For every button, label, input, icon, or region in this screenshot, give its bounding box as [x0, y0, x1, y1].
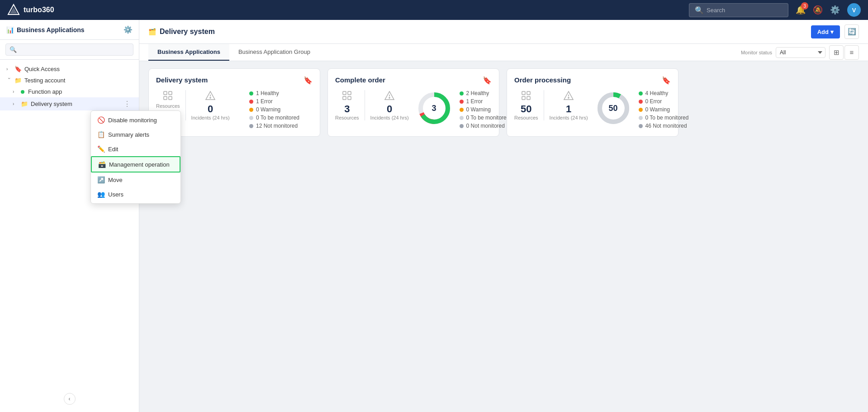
svg-rect-17: [522, 91, 525, 95]
search-icon: 🔍: [695, 6, 704, 14]
svg-rect-8: [343, 91, 346, 95]
donut-3: 50: [595, 90, 631, 126]
svg-point-7: [210, 97, 211, 98]
view-toggle: ⊞ ≡: [829, 45, 859, 60]
stat-label-warning-3: 0 Warning: [645, 106, 670, 113]
svg-rect-11: [348, 96, 351, 100]
monitor-status-group: Monitor status All Healthy Error Warning…: [741, 47, 825, 58]
stat-notmonitored-3: 46 Not monitored: [639, 123, 702, 129]
context-menu-move-label: Move: [108, 177, 123, 183]
context-menu-edit-label: Edit: [108, 146, 118, 153]
dot-tobemonitored-3: [639, 116, 643, 120]
context-menu-users[interactable]: 👥 Users: [91, 187, 139, 201]
metric-incidents-3: 1 Incidents (24 hrs): [550, 90, 588, 120]
donut-2: 3: [416, 90, 452, 126]
logo-icon: [7, 4, 20, 16]
refresh-button[interactable]: 🔄: [844, 24, 859, 39]
main-layout: 📊 Business Applications ⚙️ 🔍 › 🔖 Quick A…: [0, 20, 868, 412]
context-menu-move[interactable]: ↗️ Move: [91, 172, 139, 187]
summary-alerts-icon: 📋: [97, 131, 104, 138]
move-icon: ↗️: [97, 176, 104, 183]
sidebar-item-delivery-system[interactable]: › 📁 Delivery system ⋮: [0, 97, 139, 110]
tabs-right: Monitor status All Healthy Error Warning…: [741, 45, 859, 60]
stat-label-healthy-1: 1 Healthy: [256, 90, 279, 96]
tab-business-application-group[interactable]: Business Application Group: [229, 44, 319, 61]
status-dot-healthy: [21, 90, 24, 94]
more-options-button[interactable]: ⋮: [122, 100, 133, 108]
context-menu-summary-label: Summary alerts: [108, 131, 139, 138]
global-search-box[interactable]: 🔍: [689, 3, 788, 17]
card-title-2: Complete order: [335, 76, 385, 84]
global-search-input[interactable]: [707, 7, 783, 14]
card-order-processing: Order processing 🔖 50: [507, 68, 678, 137]
sidebar-item-function-app[interactable]: › Function app: [0, 86, 139, 97]
dot-error-3: [639, 100, 643, 104]
quick-access-icon: 🔖: [14, 66, 22, 72]
context-menu-disable-monitoring[interactable]: 🚫 Disable monitoring: [91, 113, 139, 127]
incidents-value-1: 0: [191, 103, 230, 115]
stat-error-1: 1 Error: [249, 98, 313, 105]
stat-error-3: 0 Error: [639, 98, 702, 105]
bookmark-icon-2[interactable]: 🔖: [483, 76, 492, 85]
settings-icon[interactable]: ⚙️: [830, 5, 840, 15]
grid-icon: ⊞: [834, 48, 840, 57]
stat-label-warning-2: 0 Warning: [466, 106, 491, 113]
cards-area: Delivery system 🔖 Resources: [139, 61, 868, 412]
dot-warning-3: [639, 108, 643, 112]
svg-rect-9: [348, 91, 351, 95]
card-stats-3: 4 Healthy 0 Error 0 Warning: [639, 90, 702, 129]
dot-healthy-3: [639, 91, 643, 96]
context-menu-summary-alerts[interactable]: 📋 Summary alerts: [91, 127, 139, 142]
topnav: turbo360 🔍 🔔 3 🔕 ⚙️ V: [0, 0, 868, 20]
card-header-1: Delivery system 🔖: [156, 76, 313, 85]
stat-label-tobemonitored-1: 0 To be monitored: [256, 115, 299, 121]
sidebar-gear-button[interactable]: ⚙️: [123, 25, 133, 34]
sidebar-search-input[interactable]: [19, 46, 129, 53]
card-complete-order: Complete order 🔖 3: [327, 68, 499, 137]
dot-healthy-2: [460, 91, 464, 96]
card-header-3: Order processing 🔖: [514, 76, 671, 85]
stat-healthy-3: 4 Healthy: [639, 90, 702, 96]
sidebar-search-box[interactable]: 🔍: [5, 43, 133, 56]
dot-error-2: [460, 100, 464, 104]
chevron-right-icon: ›: [6, 67, 12, 72]
card-metrics-3: 50 Resources 1: [514, 90, 588, 120]
users-icon: 👥: [97, 191, 104, 198]
edit-icon: ✏️: [97, 145, 104, 153]
grid-view-button[interactable]: ⊞: [829, 45, 844, 60]
metric-incidents-1: 0 Incidents (24 hrs): [191, 90, 230, 120]
bookmark-icon-3[interactable]: 🔖: [662, 76, 671, 85]
context-menu-management-operation[interactable]: 🗃️ Management operation: [91, 156, 139, 172]
sidebar-tree: › 🔖 Quick Access › 📁 Testing account › F…: [0, 60, 139, 412]
stat-label-notmonitored-3: 46 Not monitored: [645, 123, 687, 129]
monitor-status-select[interactable]: All Healthy Error Warning Not monitored: [776, 47, 825, 58]
context-menu-edit[interactable]: ✏️ Edit: [91, 142, 139, 156]
card-metrics-2: 3 Resources 0: [335, 90, 409, 120]
stat-label-tobemonitored-2: 0 To be monitored: [466, 115, 510, 121]
brand-name: turbo360: [24, 6, 54, 14]
avatar[interactable]: V: [847, 3, 861, 17]
list-view-button[interactable]: ≡: [844, 45, 859, 60]
sidebar-item-testing-account[interactable]: › 📁 Testing account: [0, 75, 139, 86]
svg-rect-10: [343, 96, 346, 100]
dot-tobemonitored-2: [460, 116, 464, 120]
stat-label-error-3: 0 Error: [645, 98, 662, 105]
divider-3: [544, 90, 544, 120]
sidebar-item-quick-access[interactable]: › 🔖 Quick Access: [0, 63, 139, 75]
add-button[interactable]: Add ▾: [811, 25, 840, 38]
resources-icon-1: [156, 90, 180, 103]
bell-icon[interactable]: 🔕: [813, 5, 823, 15]
incidents-label-1: Incidents (24 hrs): [191, 115, 230, 120]
bookmark-icon-1[interactable]: 🔖: [304, 76, 313, 85]
sidebar: 📊 Business Applications ⚙️ 🔍 › 🔖 Quick A…: [0, 20, 139, 412]
card-body-3: 50 Resources 1: [514, 90, 671, 129]
context-menu-users-label: Users: [108, 191, 123, 198]
tab-business-applications[interactable]: Business Applications: [148, 44, 229, 61]
card-body-2: 3 Resources 0: [335, 90, 492, 129]
notifications-icon[interactable]: 🔔 3: [796, 5, 806, 15]
list-icon: ≡: [850, 48, 854, 56]
stat-label-healthy-2: 2 Healthy: [466, 90, 489, 96]
page-title: 🗂️ Delivery system: [148, 28, 215, 36]
sidebar-search-area: 🔍: [0, 40, 139, 60]
sidebar-collapse-button[interactable]: ‹: [64, 393, 76, 405]
